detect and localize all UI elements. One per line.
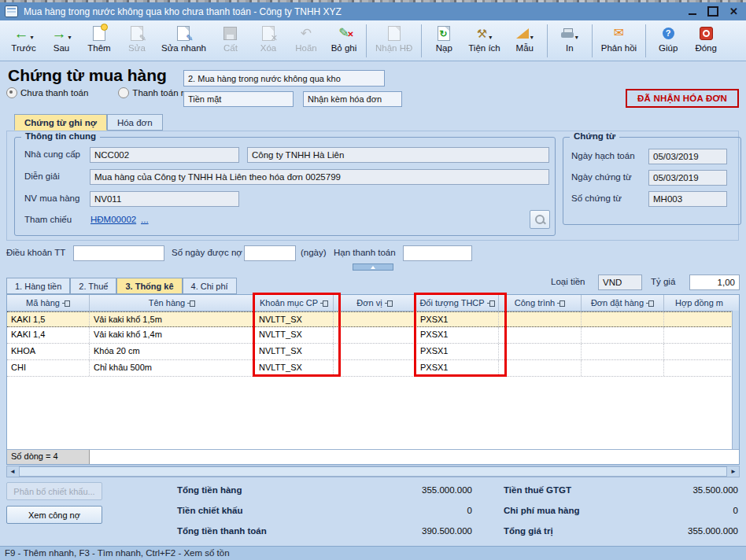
cell[interactable]: NVLTT_SX xyxy=(255,312,334,326)
scroll-left-icon[interactable]: ◄ xyxy=(7,466,18,477)
toolbar-button-undo[interactable]: ↶ Hoãn xyxy=(287,23,325,53)
cell[interactable]: PXSX1 xyxy=(416,312,499,326)
cell[interactable]: KAKI 1,4 xyxy=(7,327,90,343)
description-field[interactable]: Mua hàng của Công ty TNHH Hà Liên theo h… xyxy=(90,169,549,185)
cell[interactable] xyxy=(334,344,416,359)
column-header-cong-trinh[interactable]: Công trình xyxy=(499,295,582,311)
scroll-right-icon[interactable]: ► xyxy=(728,466,739,477)
cell[interactable]: KHOA xyxy=(7,344,90,359)
cell[interactable] xyxy=(664,327,734,343)
terms-field[interactable] xyxy=(73,245,164,261)
toolbar-button-utilities[interactable]: ⚒▾ Tiện ích xyxy=(463,23,505,53)
toolbar-button-delete[interactable]: ✕ Xóa xyxy=(249,23,287,53)
cell[interactable]: Khóa 20 cm xyxy=(90,344,255,359)
cell[interactable] xyxy=(664,312,734,326)
cell[interactable]: Vải kaki khổ 1,4m xyxy=(90,327,255,343)
toolbar-button-next[interactable]: →▾ Sau xyxy=(42,23,80,53)
minimize-icon[interactable] xyxy=(689,13,696,15)
allocate-discount-button[interactable]: Phân bổ chiết khấu... xyxy=(6,482,102,500)
toolbar-button-close[interactable]: Đóng xyxy=(687,23,725,53)
toolbar-button-unpost[interactable]: ✎✕ Bỏ ghi xyxy=(325,23,363,53)
debt-days-field[interactable] xyxy=(244,245,296,261)
grid-tab-costs[interactable]: 4. Chi phí xyxy=(183,278,237,294)
cell[interactable] xyxy=(582,360,664,376)
radio-unpaid[interactable]: Chưa thanh toán xyxy=(6,87,88,98)
toolbar-button-previous[interactable]: ←▾ Trước xyxy=(5,23,42,53)
cell[interactable]: CHI xyxy=(7,360,90,376)
reference-more-link[interactable]: ... xyxy=(141,215,149,224)
pin-icon[interactable] xyxy=(320,300,328,307)
scrollbar-thumb[interactable] xyxy=(19,466,727,477)
due-date-field[interactable] xyxy=(403,245,472,261)
buyer-code-field[interactable]: NV011 xyxy=(90,191,239,207)
cell[interactable] xyxy=(582,312,664,326)
tab-invoice[interactable]: Hóa đơn xyxy=(107,114,163,131)
column-header-ten-hang[interactable]: Tên hàng xyxy=(90,295,255,311)
cell[interactable] xyxy=(334,360,416,376)
grid-tab-items[interactable]: 1. Hàng tiền xyxy=(6,278,70,294)
cell[interactable] xyxy=(664,344,734,359)
cell[interactable] xyxy=(334,327,416,343)
table-row[interactable]: KAKI 1,4 Vải kaki khổ 1,4m NVLTT_SX PXSX… xyxy=(7,327,739,344)
cell[interactable] xyxy=(582,327,664,343)
pin-icon[interactable] xyxy=(62,300,70,307)
toolbar-button-add[interactable]: Thêm xyxy=(80,23,118,53)
cell[interactable] xyxy=(499,360,582,376)
close-icon[interactable]: ✕ xyxy=(729,6,738,17)
column-header-don-vi[interactable]: Đơn vị xyxy=(334,295,416,311)
supplier-name-field[interactable]: Công ty TNHH Hà Liên xyxy=(247,147,549,163)
payment-method-combobox[interactable]: Tiền mặt xyxy=(183,91,294,107)
cell[interactable] xyxy=(499,344,582,359)
view-debt-button[interactable]: Xem công nợ xyxy=(6,506,102,524)
toolbar-button-template[interactable]: ▾ Mẫu xyxy=(506,23,544,53)
cell[interactable]: NVLTT_SX xyxy=(255,360,334,376)
toolbar-button-help[interactable]: ? Giúp xyxy=(649,23,687,53)
column-header-don-dat-hang[interactable]: Đơn đặt hàng xyxy=(582,295,664,311)
cell[interactable]: Vải kaki khổ 1,5m xyxy=(90,312,255,326)
lookup-button[interactable] xyxy=(530,210,550,229)
maximize-icon[interactable] xyxy=(707,6,718,17)
supplier-code-field[interactable]: NCC002 xyxy=(90,147,239,163)
currency-field[interactable]: VND xyxy=(598,274,642,290)
toolbar-button-receive-invoice[interactable]: Nhận HĐ xyxy=(370,23,418,53)
reference-link[interactable]: HĐM00002 xyxy=(90,215,136,224)
vertical-scrollbar[interactable] xyxy=(732,311,739,450)
collapse-splitter-button[interactable] xyxy=(353,263,393,271)
posting-date-field[interactable]: 05/03/2019 xyxy=(648,149,727,164)
cell[interactable]: KAKI 1,5 xyxy=(7,312,90,326)
doc-date-field[interactable]: 05/03/2019 xyxy=(648,170,727,186)
invoice-option-combobox[interactable]: Nhận kèm hóa đơn xyxy=(303,91,402,107)
column-header-hop-dong[interactable]: Hợp đồng m xyxy=(664,295,734,311)
cell[interactable] xyxy=(582,344,664,359)
cell[interactable] xyxy=(499,327,582,343)
pin-icon[interactable] xyxy=(557,300,565,307)
toolbar-button-save[interactable]: Cất xyxy=(212,23,249,53)
toolbar-button-feedback[interactable]: ✉ Phản hồi xyxy=(596,23,642,53)
table-row[interactable]: CHI Chỉ khâu 500m NVLTT_SX PXSX1 xyxy=(7,360,739,377)
cell[interactable]: NVLTT_SX xyxy=(255,344,334,359)
cell[interactable] xyxy=(499,312,582,326)
cell[interactable]: NVLTT_SX xyxy=(255,327,334,343)
cell[interactable]: PXSX1 xyxy=(416,327,499,343)
toolbar-button-quick-edit[interactable]: ✎ Sửa nhanh xyxy=(156,23,212,53)
grid-tab-statistics[interactable]: 3. Thống kê xyxy=(116,278,182,294)
table-row[interactable]: KAKI 1,5 Vải kaki khổ 1,5m NVLTT_SX PXSX… xyxy=(7,311,739,327)
toolbar-button-print[interactable]: ▾ In xyxy=(551,23,589,53)
toolbar-button-reload[interactable]: ↻ Nạp xyxy=(425,23,463,53)
pin-icon[interactable] xyxy=(385,300,393,307)
horizontal-scrollbar[interactable]: ◄ ► xyxy=(6,466,740,477)
cell[interactable] xyxy=(334,312,416,326)
grid-tab-tax[interactable]: 2. Thuế xyxy=(70,278,116,294)
column-header-khoan-muc-cp[interactable]: Khoản mục CP xyxy=(255,295,334,311)
pin-icon[interactable] xyxy=(487,300,495,307)
cell[interactable]: Chỉ khâu 500m xyxy=(90,360,255,376)
table-row[interactable]: KHOA Khóa 20 cm NVLTT_SX PXSX1 xyxy=(7,344,739,360)
doc-type-combobox[interactable]: 2. Mua hàng trong nước không qua kho xyxy=(183,70,385,87)
column-header-ma-hang[interactable]: Mã hàng xyxy=(7,295,90,311)
pin-icon[interactable] xyxy=(646,300,654,307)
column-header-doi-tuong-thcp[interactable]: Đối tượng THCP xyxy=(416,295,499,311)
doc-no-field[interactable]: MH003 xyxy=(648,191,727,207)
toolbar-button-edit[interactable]: ✎ Sửa xyxy=(118,23,156,53)
cell[interactable]: PXSX1 xyxy=(416,360,499,376)
cell[interactable] xyxy=(664,360,734,376)
